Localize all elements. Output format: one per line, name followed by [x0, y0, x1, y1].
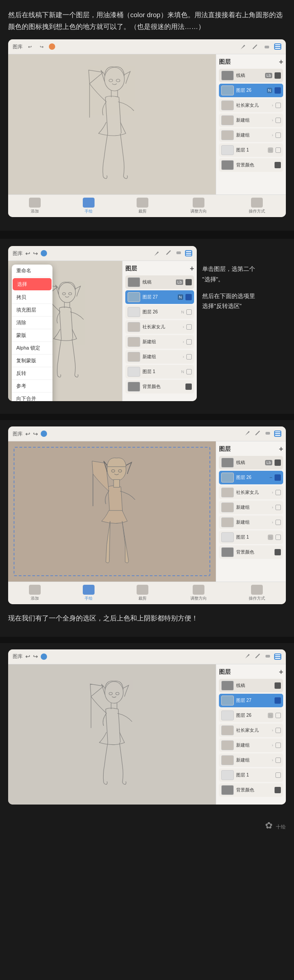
layer4-group2[interactable]: 新建组 › [219, 739, 283, 752]
drawing-canvas-4[interactable] [8, 664, 216, 805]
brush-icon-3[interactable] [244, 429, 251, 438]
layer3-sketch[interactable]: 线稿 Lb [219, 456, 283, 469]
layer4-26[interactable]: 图层 26 N [219, 709, 283, 722]
layer3-bg[interactable]: 背景颜色 [219, 545, 283, 559]
layer2-check-g2[interactable] [186, 339, 192, 345]
menu-invert[interactable]: 反转 [12, 367, 52, 380]
smudge-icon-3[interactable] [254, 429, 261, 438]
gallery-btn-2[interactable]: 图库 [13, 250, 23, 257]
drawing-canvas-1[interactable] [8, 54, 216, 194]
add-layer-btn-3[interactable]: + [279, 445, 283, 453]
bottom-btn3-draw[interactable]: 手绘 [83, 585, 95, 601]
undo-icon-4[interactable]: ↩ [25, 653, 30, 660]
layers-icon-3[interactable] [274, 431, 281, 437]
drawing-canvas-3[interactable] [8, 441, 216, 582]
bottom-btn-draw[interactable]: 手绘 [83, 198, 95, 214]
bottom-btn-adjust[interactable]: 调整方向 [190, 198, 207, 214]
layers-icon-2[interactable] [185, 250, 192, 256]
layer3-check-g2[interactable] [275, 505, 281, 510]
menu-copy[interactable]: 拷贝 [12, 291, 52, 304]
gallery-btn[interactable]: 图库 [13, 43, 23, 50]
menu-alpha-lock[interactable]: Alpha 锁定 [12, 342, 52, 355]
layer3-group1[interactable]: 社长家女儿 › [219, 486, 283, 499]
erase-icon-4[interactable] [264, 652, 271, 661]
menu-clear[interactable]: 清除 [12, 317, 52, 329]
layer-check-bg[interactable] [275, 162, 281, 168]
layer2-check-1[interactable] [186, 369, 192, 374]
layer2-group1[interactable]: 社长家女儿 › [125, 320, 194, 334]
bottom-btn-ops[interactable]: 操作方式 [249, 198, 265, 214]
layers-tool-icon[interactable] [274, 43, 281, 50]
color-dot-3[interactable] [41, 431, 47, 437]
layer2-group2[interactable]: 新建组 › [125, 335, 194, 349]
undo-icon-2[interactable]: ↩ [25, 250, 30, 257]
layer2-1[interactable]: 图层 1 N [125, 365, 194, 379]
layer4-bg[interactable]: 背景颜色 [219, 783, 283, 797]
layer-item-group3[interactable]: 新建组 › [219, 128, 283, 142]
menu-fill[interactable]: 填充图层 [12, 304, 52, 317]
layer3-check-g1[interactable] [275, 490, 281, 495]
layer4-group1[interactable]: 社长家女儿 › [219, 724, 283, 737]
layer-item-26[interactable]: 图层 26 N [219, 84, 283, 97]
redo-icon-2[interactable]: ↪ [33, 250, 38, 257]
layer4-sketch[interactable]: 线稿 [219, 679, 283, 692]
menu-reference[interactable]: 参考 [12, 380, 52, 393]
bottom-btn3-crop[interactable]: 裁剪 [137, 585, 148, 601]
layer-check-1[interactable] [275, 147, 281, 153]
add-layer-btn-1[interactable]: + [279, 58, 283, 66]
layer4-check-27[interactable] [275, 697, 281, 704]
layer3-group3[interactable]: 新建组 › [219, 516, 283, 529]
layer4-1[interactable]: 图层 1 [219, 768, 283, 782]
layer2-check-bg[interactable] [185, 383, 192, 390]
add-layer-btn-2[interactable]: + [190, 265, 194, 273]
bottom-btn3-adjust[interactable]: 调整方向 [190, 585, 207, 601]
menu-rename[interactable]: 重命名 [12, 265, 52, 277]
undo-icon-3[interactable]: ↩ [25, 431, 30, 437]
layer-check-g3[interactable] [275, 133, 281, 138]
layer3-check-g3[interactable] [275, 520, 281, 525]
layer-check-sketch[interactable] [275, 72, 281, 79]
layer-check-26[interactable] [275, 87, 281, 94]
layer2-check-sketch[interactable] [185, 279, 192, 285]
layer4-check-1[interactable] [275, 772, 281, 778]
smudge-icon-2[interactable] [165, 249, 172, 258]
brush-icon-4[interactable] [244, 652, 251, 661]
layer2-group3[interactable]: 新建组 › [125, 350, 194, 364]
redo-icon-4[interactable]: ↪ [33, 653, 38, 660]
layer3-check-sketch[interactable] [275, 459, 281, 466]
layer4-check-bg[interactable] [275, 787, 281, 793]
add-layer-btn-4[interactable]: + [279, 668, 283, 676]
layer2-sketch[interactable]: 线稿 Lb [125, 275, 194, 289]
layers-icon-4[interactable] [274, 653, 281, 660]
layer4-check-sketch[interactable] [275, 682, 281, 689]
menu-select[interactable]: 选择 [13, 278, 52, 290]
layer-item-bg[interactable]: 背景颜色 [219, 158, 283, 172]
layer3-check-1[interactable] [275, 535, 281, 540]
redo-icon[interactable]: ↪ [37, 42, 46, 51]
layer4-check-g3[interactable] [275, 757, 281, 763]
layer-check-g2[interactable] [275, 118, 281, 123]
layer4-check-g1[interactable] [275, 728, 281, 733]
layer4-check-g2[interactable] [275, 743, 281, 748]
gallery-btn-4[interactable]: 图库 [13, 653, 23, 660]
layer-item-group1[interactable]: 社长家女儿 › [219, 99, 283, 112]
bottom-btn-crop[interactable]: 裁剪 [137, 198, 148, 214]
layer4-check-26[interactable] [275, 713, 281, 718]
color-circle-icon[interactable] [49, 43, 55, 50]
layer2-check-26[interactable] [186, 309, 192, 315]
gallery-btn-3[interactable]: 图库 [13, 431, 23, 437]
layer4-group3[interactable]: 新建组 › [219, 753, 283, 767]
smudge-icon-4[interactable] [254, 652, 261, 661]
layer-item-1[interactable]: 图层 1 N [219, 143, 283, 157]
layer2-26[interactable]: 图层 26 N [125, 305, 194, 319]
color-dot-4[interactable] [41, 653, 47, 660]
layer2-check-g3[interactable] [186, 354, 192, 360]
layer3-check-bg[interactable] [275, 549, 281, 555]
undo-icon[interactable]: ↩ [25, 42, 34, 51]
erase-icon-3[interactable] [264, 429, 271, 438]
layer2-check-g1[interactable] [186, 324, 192, 330]
bottom-btn3-ops[interactable]: 操作方式 [249, 585, 265, 601]
color-dot-2[interactable] [41, 250, 47, 256]
erase-tool-icon[interactable] [262, 42, 271, 51]
bottom-btn3-add[interactable]: 添加 [29, 585, 41, 601]
